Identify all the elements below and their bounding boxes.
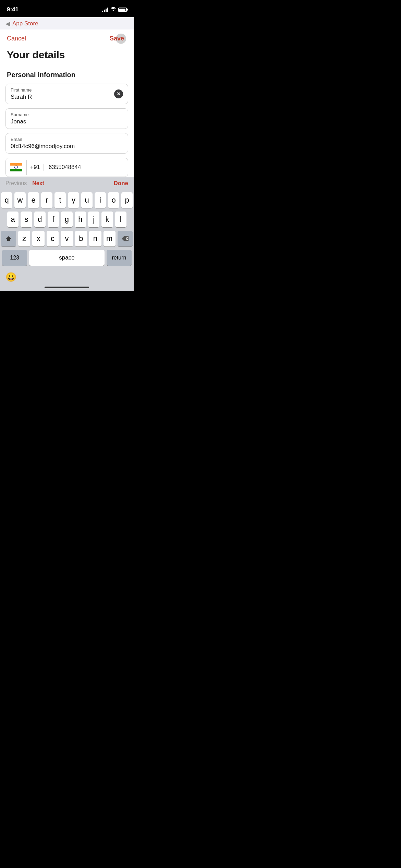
key-n[interactable]: n [89,231,101,246]
keyboard-toolbar: Previous Next Done [0,177,134,190]
key-b[interactable]: b [75,231,87,246]
phone-code: +91 [27,164,44,171]
key-s[interactable]: s [21,212,32,227]
keyboard-done-button[interactable]: Done [114,180,129,187]
keyboard: q w e r t y u i o p a s d f g h j k l z … [0,190,134,269]
key-q[interactable]: q [1,192,12,208]
battery-icon [118,8,127,12]
key-r[interactable]: r [41,192,52,208]
return-key[interactable]: return [107,250,132,266]
form-fields: First name Sarah R ✕ Surname Jonas Email… [0,84,134,177]
page-title: Your details [0,46,134,68]
email-value: 0fd14c96@moodjoy.com [11,143,123,150]
key-y[interactable]: y [68,192,79,208]
key-l[interactable]: l [115,212,126,227]
signal-icon [102,7,108,12]
section-header: Personal information [0,68,134,84]
main-content: Cancel Save Your details Personal inform… [0,29,134,177]
keyboard-row-3: z x c v b n m [1,231,133,246]
keyboard-row-4: 123 space return [1,250,133,266]
bottom-bar: 😀 [0,269,134,287]
key-m[interactable]: m [104,231,116,246]
status-bar: 9:41 [0,0,134,17]
status-time: 9:41 [7,6,19,13]
keyboard-row-2: a s d f g h j k l [1,212,133,227]
first-name-label: First name [11,87,123,93]
nav-bar: ◀ App Store [0,17,134,29]
shift-key[interactable] [1,231,16,246]
india-flag-icon [10,163,22,171]
first-name-field[interactable]: First name Sarah R ✕ [5,84,128,104]
first-name-clear-button[interactable]: ✕ [114,89,123,98]
keyboard-previous-button[interactable]: Previous [5,180,27,186]
back-chevron-icon: ◀ [5,20,10,27]
key-z[interactable]: z [18,231,30,246]
keyboard-next-button[interactable]: Next [32,180,44,186]
home-bar [45,287,89,288]
key-j[interactable]: j [88,212,99,227]
key-h[interactable]: h [75,212,86,227]
wifi-icon [110,7,116,12]
home-indicator [0,287,134,291]
back-label: App Store [12,20,38,27]
surname-field[interactable]: Surname Jonas [5,108,128,129]
phone-number: 6355048844 [44,164,128,171]
key-t[interactable]: t [54,192,66,208]
emoji-key[interactable]: 😀 [5,272,16,282]
key-w[interactable]: w [14,192,26,208]
key-v[interactable]: v [61,231,73,246]
key-c[interactable]: c [47,231,59,246]
key-i[interactable]: i [95,192,106,208]
key-k[interactable]: k [101,212,113,227]
email-field[interactable]: Email 0fd14c96@moodjoy.com [5,133,128,154]
key-a[interactable]: a [7,212,19,227]
key-u[interactable]: u [81,192,93,208]
cancel-button[interactable]: Cancel [7,35,26,42]
back-button[interactable]: ◀ App Store [5,20,38,27]
key-p[interactable]: p [121,192,133,208]
email-label: Email [11,137,123,142]
status-icons [102,7,127,12]
num-key[interactable]: 123 [2,250,27,266]
action-bar: Cancel Save [0,29,134,46]
key-g[interactable]: g [61,212,72,227]
space-key[interactable]: space [29,250,105,266]
key-e[interactable]: e [28,192,39,208]
key-o[interactable]: o [108,192,119,208]
keyboard-row-1: q w e r t y u i o p [1,192,133,208]
surname-value: Jonas [11,118,123,125]
first-name-value: Sarah R [11,94,123,100]
clear-icon: ✕ [117,92,121,96]
backspace-key[interactable] [118,231,133,246]
surname-label: Surname [11,112,123,117]
save-button[interactable]: Save [110,35,127,42]
key-f[interactable]: f [48,212,59,227]
save-button-wrap: Save [110,35,127,42]
phone-field[interactable]: +91 6355048844 [5,158,128,177]
phone-flag-button[interactable] [6,160,27,175]
key-x[interactable]: x [32,231,44,246]
key-d[interactable]: d [34,212,46,227]
